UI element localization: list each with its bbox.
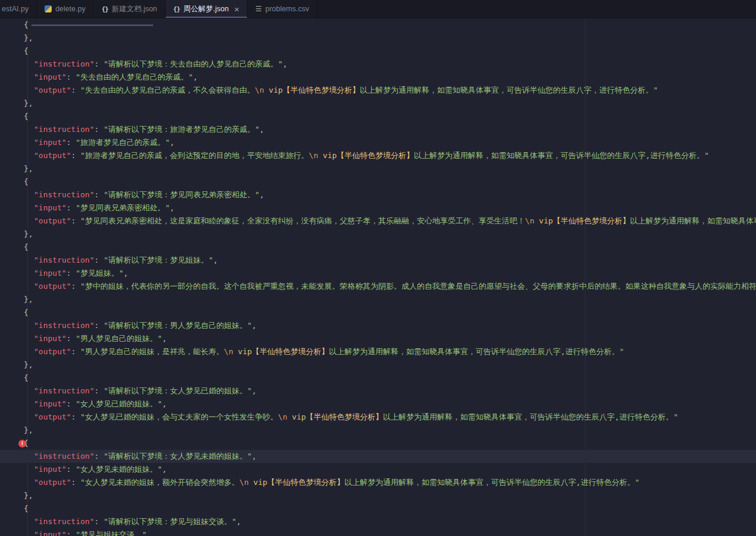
code-line[interactable]: },	[0, 358, 756, 371]
token-key: "instruction"	[34, 452, 94, 461]
code-line[interactable]: "instruction": "请解析以下梦境：梦见与姐妹交谈。",	[0, 515, 756, 528]
token-str: 以上解梦为通用解释，如需知晓具体事宜，可告诉半仙您的生辰八字,进行特色分析。"	[414, 151, 709, 160]
token-str: "女人梦见未婚的姐妹，额外开销会突然增多。	[80, 478, 239, 487]
token-gold: vip【半仙特色梦境分析】	[318, 151, 414, 160]
close-icon[interactable]: ×	[234, 5, 239, 14]
code-line[interactable]: {	[0, 110, 756, 123]
code-line[interactable]: "input": "旅游者梦见自己的亲戚。",	[0, 136, 756, 149]
token-key: "input"	[34, 138, 67, 147]
token-punc: {	[24, 112, 29, 121]
editor-area[interactable]: {},{"instruction": "请解析以下梦境：失去自由的人梦见自己的亲…	[0, 18, 756, 536]
code-line[interactable]: {	[0, 306, 756, 319]
code-line[interactable]: "output": "男人梦见自己的姐妹，是祥兆，能长寿。\n vip【半仙特色…	[0, 345, 756, 358]
error-icon[interactable]: !	[18, 440, 26, 447]
token-esc: \n	[309, 151, 318, 160]
token-esc: \n	[255, 86, 264, 94]
code-line[interactable]: },	[0, 97, 756, 110]
token-punc: :	[67, 203, 76, 212]
code-line[interactable]: {	[0, 45, 756, 58]
code-line[interactable]: },	[0, 162, 756, 175]
token-key: "instruction"	[34, 386, 94, 395]
tab-label: problems.csv	[265, 5, 309, 13]
code-line[interactable]: {	[0, 502, 756, 515]
tab-label: 新建文档.json	[112, 4, 157, 14]
token-str: "梦见姐妹。"	[75, 269, 124, 278]
code-line[interactable]: "input": "女人梦见已婚的姐妹。",	[0, 398, 756, 411]
tab-label: delete.py	[55, 5, 86, 13]
code-line[interactable]: {	[0, 175, 756, 188]
code-line[interactable]: !{	[0, 437, 756, 450]
code-line[interactable]: "output": "旅游者梦见自己的亲戚，会到达预定的目的地，平安地结束旅行。…	[0, 149, 756, 162]
token-key: "instruction"	[34, 321, 94, 330]
token-key: "instruction"	[34, 190, 94, 199]
token-punc: },	[24, 491, 33, 500]
token-str: "梦见同表兄弟亲密相处。"	[75, 203, 170, 212]
code-line[interactable]: {	[0, 18, 756, 31]
token-str: 以上解梦为通用解释，如需知晓具体事宜，可告诉半仙您的生辰八字,进行特色分析。"	[344, 478, 640, 487]
token-punc: :	[67, 72, 76, 81]
token-punc: :	[94, 517, 104, 526]
code-line[interactable]: "input": "梦见姐妹。",	[0, 267, 756, 280]
token-str: "男人梦见自己的姐妹，是祥兆，能长寿。	[80, 347, 224, 356]
token-str: "男人梦见自己的姐妹。"	[75, 334, 162, 343]
code-line[interactable]: "output": "梦中的姐妹，代表你的另一部分的自我。这个自我被严重忽视，未…	[0, 280, 756, 293]
tab-estAI.py[interactable]: estAI.py	[0, 0, 37, 18]
token-punc: :	[71, 86, 81, 94]
token-punc: :	[71, 216, 81, 225]
code-line[interactable]: {	[0, 371, 756, 384]
code-line[interactable]: "instruction": "请解析以下梦境：女人梦见已婚的姐妹。",	[0, 384, 756, 398]
token-str: "女人梦见未婚的姐妹。"	[75, 465, 162, 474]
json-icon: {}	[173, 5, 180, 13]
token-str: "失去自由的人梦见自己的亲戚，不久会获得自由。	[80, 86, 255, 94]
json-icon: {}	[102, 5, 108, 13]
csv-icon: ☰	[255, 5, 262, 12]
token-str: "梦见同表兄弟亲密相处，这是家庭和睦的象征，全家没有纠纷，没有病痛，父慈子孝，其…	[80, 216, 525, 225]
token-str: "梦见与姐妹交谈。"	[75, 530, 147, 536]
token-punc: :	[71, 282, 81, 291]
code-line[interactable]: },	[0, 228, 756, 241]
code-line[interactable]: "output": "女人梦见未婚的姐妹，额外开销会突然增多。\n vip【半仙…	[0, 476, 756, 489]
code-line[interactable]: "instruction": "请解析以下梦境：男人梦见自己的姐妹。",	[0, 319, 756, 332]
code-line[interactable]: "input": "男人梦见自己的姐妹。",	[0, 332, 756, 345]
token-gold: vip【半仙特色梦境分析】	[233, 347, 329, 356]
token-key: "output"	[34, 282, 71, 291]
token-punc: {	[24, 504, 29, 513]
tab-delete.py[interactable]: delete.py	[37, 0, 94, 18]
tab-新建文档.json[interactable]: {}新建文档.json	[94, 0, 166, 18]
token-punc: },	[24, 99, 33, 108]
code-line[interactable]: "output": "女人梦见已婚的姐妹，会与丈夫家的一个女性发生争吵。\n v…	[0, 411, 756, 424]
code-line[interactable]: "instruction": "请解析以下梦境：失去自由的人梦见自己的亲戚。",	[0, 58, 756, 71]
token-gold: vip【半仙特色梦境分析】	[287, 412, 383, 421]
token-punc: ,	[170, 138, 175, 147]
code-line[interactable]: "instruction": "请解析以下梦境：旅游者梦见自己的亲戚。",	[0, 123, 756, 136]
code-line[interactable]: "output": "梦见同表兄弟亲密相处，这是家庭和睦的象征，全家没有纠纷，没…	[0, 215, 756, 228]
code-line[interactable]: "input": "失去自由的人梦见自己的亲戚。",	[0, 71, 756, 84]
code-line[interactable]: },	[0, 489, 756, 502]
code-line[interactable]: },	[0, 424, 756, 437]
code-line[interactable]: "instruction": "请解析以下梦境：梦见同表兄弟亲密相处。",	[0, 188, 756, 201]
tab-bar: estAI.pydelete.py{}新建文档.json{}周公解梦.json×…	[0, 0, 756, 18]
token-punc: },	[24, 164, 33, 173]
code-line[interactable]: "input": "梦见同表兄弟亲密相处。",	[0, 201, 756, 215]
token-punc: {	[24, 308, 29, 317]
token-punc: :	[71, 412, 81, 421]
tab-problems.csv[interactable]: ☰problems.csv	[248, 0, 317, 18]
token-str: "旅游者梦见自己的亲戚。"	[75, 138, 170, 147]
tab-label: estAI.py	[2, 5, 29, 13]
token-key: "input"	[34, 530, 67, 536]
code-line[interactable]: "instruction": "请解析以下梦境：女人梦见未婚的姐妹。",	[0, 450, 756, 463]
code-line[interactable]: "input": "女人梦见未婚的姐妹。",	[0, 463, 756, 476]
code-line[interactable]: },	[0, 293, 756, 306]
code-line[interactable]: "input": "梦见与姐妹交谈。",	[0, 528, 756, 536]
token-str: 以上解梦为通用解释，如需知晓具体事宜，可告诉半仙您的生辰八字,进行特色分析。"	[630, 216, 756, 225]
tab-周公解梦.json[interactable]: {}周公解梦.json×	[166, 0, 248, 18]
token-punc: },	[24, 295, 33, 304]
code-line[interactable]: },	[0, 31, 756, 45]
token-punc: :	[67, 399, 76, 408]
token-punc: :	[71, 151, 81, 160]
code-line[interactable]: {	[0, 241, 756, 254]
token-punc: :	[94, 321, 104, 330]
code-line[interactable]: "instruction": "请解析以下梦境：梦见姐妹。",	[0, 254, 756, 267]
token-punc: },	[24, 360, 33, 369]
code-line[interactable]: "output": "失去自由的人梦见自己的亲戚，不久会获得自由。\n vip【…	[0, 84, 756, 97]
